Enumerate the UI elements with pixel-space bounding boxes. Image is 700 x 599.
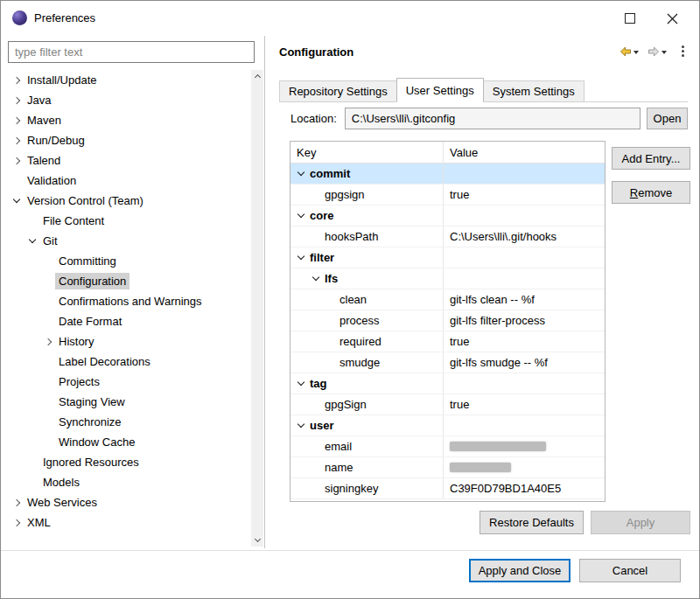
sidebar-item-window-cache[interactable]: Window Cache (1, 432, 250, 452)
sidebar-item-date-format[interactable]: Date Format (1, 311, 250, 331)
key-cell: smudge (290, 352, 444, 373)
filter-input[interactable] (8, 41, 255, 63)
tab-system-settings[interactable]: System Settings (483, 80, 584, 101)
sidebar-item-file-content[interactable]: File Content (1, 211, 250, 231)
table-row-gpgsign[interactable]: gpgSigntrue (290, 394, 605, 415)
sidebar-item-confirmations-and-warnings[interactable]: Confirmations and Warnings (1, 291, 250, 311)
key-label: required (338, 335, 383, 348)
tree-item-label: Install/Update (24, 72, 101, 88)
sidebar-item-configuration[interactable]: Configuration (1, 271, 250, 291)
sidebar-item-run-debug[interactable]: Run/Debug (1, 130, 250, 150)
location-field[interactable] (345, 108, 640, 129)
sidebar-item-models[interactable]: Models (1, 472, 250, 492)
chevron-expanded-icon[interactable] (10, 194, 24, 208)
sidebar-item-validation[interactable]: Validation (1, 171, 250, 191)
sidebar-item-projects[interactable]: Projects (1, 372, 250, 392)
maximize-button[interactable] (610, 1, 650, 36)
key-label: lfs (323, 272, 340, 285)
back-icon[interactable] (619, 45, 633, 59)
key-cell: tag (290, 373, 444, 394)
back-menu-icon[interactable] (634, 51, 639, 54)
table-row-user[interactable]: user (290, 415, 605, 436)
apply-and-close-button[interactable]: Apply and Close (469, 559, 570, 582)
chevron-collapsed-icon[interactable] (10, 134, 24, 148)
chevron-collapsed-icon[interactable] (10, 496, 24, 510)
remove-button[interactable]: Remove (612, 181, 690, 204)
tab-user-settings[interactable]: User Settings (396, 78, 484, 102)
close-button[interactable] (652, 1, 692, 36)
cancel-button[interactable]: Cancel (579, 559, 681, 582)
chevron-expanded-icon[interactable] (294, 167, 308, 181)
chevron-collapsed-icon[interactable] (10, 94, 24, 108)
sidebar-item-install-update[interactable]: Install/Update (1, 70, 250, 90)
tree-item-label: Confirmations and Warnings (55, 293, 206, 310)
chevron-expanded-icon[interactable] (294, 209, 308, 223)
sidebar-item-version-control-team[interactable]: Version Control (Team) (1, 191, 250, 211)
table-row-name[interactable]: name (290, 457, 605, 478)
sidebar-item-talend[interactable]: Talend (1, 150, 250, 171)
value-cell: C:\Users\lli\.git/hooks (444, 226, 605, 247)
scroll-down-icon[interactable] (251, 533, 263, 547)
forward-icon[interactable] (647, 45, 661, 59)
table-row-filter[interactable]: filter (290, 247, 605, 268)
sidebar-item-synchronize[interactable]: Synchronize (1, 412, 250, 432)
sidebar-item-web-services[interactable]: Web Services (1, 492, 250, 512)
scroll-up-icon[interactable] (251, 70, 263, 83)
apply-button[interactable]: Apply (591, 511, 690, 534)
tree-indent (1, 442, 41, 442)
sidebar-item-xml[interactable]: XML (1, 512, 250, 533)
sidebar-item-java[interactable]: Java (1, 90, 250, 110)
tree-scrollbar[interactable] (251, 70, 263, 547)
table-row-commit[interactable]: commit (290, 164, 605, 185)
table-row-signingkey[interactable]: signingkeyC39F0D79BD1A40E5 (290, 478, 605, 499)
tab-bar: Repository SettingsUser SettingsSystem S… (279, 77, 688, 102)
forward-menu-icon[interactable] (662, 51, 667, 54)
chevron-collapsed-icon[interactable] (10, 73, 24, 87)
table-row-smudge[interactable]: smudgegit-lfs smudge -- %f (290, 352, 605, 373)
tree-indent (1, 482, 25, 483)
tab-repository-settings[interactable]: Repository Settings (279, 80, 397, 101)
chevron-expanded-icon[interactable] (294, 419, 308, 433)
sidebar-item-committing[interactable]: Committing (1, 251, 250, 271)
restore-defaults-button[interactable]: Restore Defaults (480, 511, 584, 534)
chevron-spacer (41, 395, 55, 409)
sidebar-item-history[interactable]: History (1, 331, 250, 352)
chevron-collapsed-icon[interactable] (41, 335, 55, 349)
table-row-tag[interactable]: tag (290, 373, 605, 394)
chevron-expanded-icon[interactable] (294, 377, 308, 391)
table-row-core[interactable]: core (290, 205, 605, 226)
sidebar-item-maven[interactable]: Maven (1, 110, 250, 130)
chevron-spacer (25, 476, 39, 490)
table-row-required[interactable]: requiredtrue (290, 331, 605, 352)
add-entry-button[interactable]: Add Entry... (612, 147, 690, 170)
chevron-collapsed-icon[interactable] (10, 154, 24, 168)
tree-indent (1, 220, 25, 221)
chevron-spacer (309, 461, 323, 475)
view-menu-icon[interactable] (678, 44, 688, 59)
sidebar-item-staging-view[interactable]: Staging View (1, 392, 250, 412)
value-cell: true (444, 331, 605, 352)
open-button[interactable]: Open (647, 108, 688, 129)
key-cell: commit (290, 164, 444, 184)
value-cell: git-lfs clean -- %f (444, 289, 605, 310)
sidebar: Install/UpdateJavaMavenRun/DebugTalendVa… (1, 36, 265, 548)
config-table-body: commitgpgsigntruecorehooksPathC:\Users\l… (290, 164, 605, 499)
table-row-clean[interactable]: cleangit-lfs clean -- %f (290, 289, 605, 310)
column-header-key[interactable]: Key (290, 142, 444, 163)
tree-item-label: Window Cache (55, 434, 138, 450)
sidebar-item-ignored-resources[interactable]: Ignored Resources (1, 452, 250, 472)
table-row-hookspath[interactable]: hooksPathC:\Users\lli\.git/hooks (290, 226, 605, 247)
sidebar-item-label-decorations[interactable]: Label Decorations (1, 352, 250, 372)
table-row-email[interactable]: email (290, 436, 605, 457)
table-row-gpgsign[interactable]: gpgsigntrue (290, 185, 605, 205)
column-header-value[interactable]: Value (444, 142, 605, 163)
tree-indent (1, 80, 10, 80)
chevron-collapsed-icon[interactable] (10, 114, 24, 128)
chevron-expanded-icon[interactable] (309, 272, 323, 286)
chevron-expanded-icon[interactable] (25, 234, 39, 248)
chevron-expanded-icon[interactable] (294, 251, 308, 265)
table-row-lfs[interactable]: lfs (290, 268, 605, 289)
chevron-collapsed-icon[interactable] (10, 516, 24, 530)
table-row-process[interactable]: processgit-lfs filter-process (290, 310, 605, 331)
sidebar-item-git[interactable]: Git (1, 231, 250, 251)
